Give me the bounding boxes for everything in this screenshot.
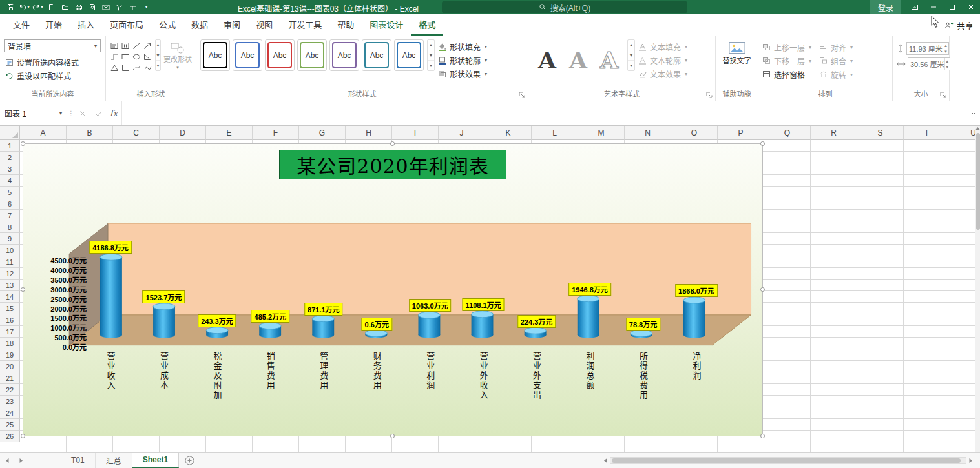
shape-triangle-icon[interactable]	[110, 63, 120, 72]
resize-handle[interactable]	[390, 434, 395, 438]
scroll-down-icon[interactable]: ▼	[428, 50, 434, 61]
row-header-17[interactable]: 17	[0, 326, 20, 338]
row-header-6[interactable]: 6	[0, 198, 20, 210]
print-button[interactable]	[72, 0, 85, 14]
category-label[interactable]: 净利润	[690, 352, 702, 437]
row-header-16[interactable]: 16	[0, 314, 20, 326]
print-preview-button[interactable]	[85, 0, 99, 14]
category-label[interactable]: 财务费用	[371, 352, 383, 437]
column-header-K[interactable]: K	[485, 126, 532, 140]
text-outline-button[interactable]: 文本轮廓 ▾	[638, 54, 687, 66]
y-axis-tick-label[interactable]: 2000.0万元	[50, 305, 87, 313]
send-backward-button[interactable]: 下移一层 ▾	[762, 54, 811, 67]
y-axis-tick-label[interactable]: 1500.0万元	[50, 314, 87, 322]
format-selection-button[interactable]: 设置所选内容格式	[4, 56, 101, 69]
shape-outline-button[interactable]: 形状轮廓 ▾	[438, 54, 487, 66]
shape-vertical-text-box-icon[interactable]	[121, 41, 130, 50]
column-header-I[interactable]: I	[392, 126, 439, 140]
row-header-26[interactable]: 26	[0, 431, 20, 442]
column-header-M[interactable]: M	[578, 126, 625, 140]
data-label[interactable]: 1946.8万元	[568, 283, 611, 296]
resize-handle[interactable]	[390, 141, 395, 146]
scroll-up-icon[interactable]: ▲	[428, 40, 434, 50]
ribbon-tab-help[interactable]: 帮助	[329, 14, 362, 36]
column-header-L[interactable]: L	[532, 126, 578, 140]
category-label[interactable]: 管理费用	[317, 352, 329, 437]
category-label[interactable]: 销售费用	[264, 352, 276, 437]
insert-function-button[interactable]: fx	[106, 101, 121, 125]
category-label[interactable]: 营业外支出	[530, 352, 543, 437]
column-header-D[interactable]: D	[160, 126, 206, 140]
gallery-more-icon[interactable]: ▾	[156, 61, 160, 70]
horizontal-scroll-track[interactable]	[610, 457, 966, 464]
chart-element-selector[interactable]: 背景墙 ▾	[4, 39, 101, 52]
ribbon-tab-file[interactable]: 文件	[5, 14, 37, 36]
sheet-tab-huizong[interactable]: 汇总	[96, 453, 132, 468]
category-label[interactable]: 营业利润	[424, 352, 436, 437]
shape-style-preset-4[interactable]: Abc	[297, 39, 327, 71]
category-label[interactable]: 营业成本	[158, 352, 170, 437]
wordart-style-gray[interactable]: A	[563, 43, 593, 77]
sheet-tab-t01[interactable]: T01	[61, 453, 96, 468]
row-header-2[interactable]: 2	[0, 152, 20, 163]
chart-object[interactable]: 某公司2020年利润表 4500.0万元4000.0万元3500.0万元3000…	[23, 143, 763, 436]
rotate-button[interactable]: 旋转 ▾	[819, 68, 853, 81]
row-header-14[interactable]: 14	[0, 291, 20, 303]
row-header-1[interactable]: 1	[0, 140, 20, 152]
scroll-down-icon[interactable]: ▼	[628, 50, 634, 61]
data-label[interactable]: 243.3万元	[198, 314, 236, 327]
y-axis-tick-label[interactable]: 1000.0万元	[50, 324, 87, 332]
column-header-F[interactable]: F	[253, 126, 299, 140]
bring-forward-button[interactable]: 上移一层 ▾	[762, 41, 811, 54]
chart-title[interactable]: 某公司2020年利润表	[279, 150, 506, 179]
column-header-S[interactable]: S	[857, 126, 904, 140]
row-header-4[interactable]: 4	[0, 175, 20, 187]
ribbon-display-options-button[interactable]	[905, 0, 924, 14]
namebox-splitter[interactable]: ⋮	[67, 110, 75, 117]
row-header-19[interactable]: 19	[0, 349, 20, 361]
save-button[interactable]	[4, 0, 17, 14]
column-header-U[interactable]: U	[950, 126, 975, 140]
ribbon-tab-formulas[interactable]: 公式	[151, 14, 183, 36]
scroll-up-icon[interactable]: ▲	[156, 40, 160, 50]
y-axis-tick-label[interactable]: 2500.0万元	[50, 296, 87, 303]
ribbon-tab-review[interactable]: 审阅	[216, 14, 248, 36]
row-header-5[interactable]: 5	[0, 187, 20, 198]
data-label[interactable]: 224.3万元	[517, 315, 556, 328]
resize-handle[interactable]	[760, 141, 765, 146]
width-input[interactable]: 30.56 厘米 ▲▼	[908, 57, 950, 70]
data-label[interactable]: 1108.1万元	[463, 298, 505, 311]
data-label[interactable]: 0.6万元	[362, 318, 392, 331]
category-label[interactable]: 税金及附加	[211, 352, 223, 437]
row-header-11[interactable]: 11	[0, 256, 20, 268]
y-axis-tick-label[interactable]: 3500.0万元	[50, 276, 87, 284]
shape-curve-icon[interactable]	[132, 63, 141, 72]
y-axis-tick-label[interactable]: 500.0万元	[54, 334, 87, 341]
wordart-style-outline[interactable]: A	[594, 43, 624, 77]
shape-style-preset-5[interactable]: Abc	[329, 39, 359, 71]
gallery-more-icon[interactable]: ▾	[428, 61, 434, 70]
data-label[interactable]: 1063.0万元	[409, 299, 452, 312]
step-down-icon[interactable]: ▼	[943, 48, 948, 54]
shape-l-shape-icon[interactable]	[121, 63, 130, 72]
data-label[interactable]: 1523.7万元	[143, 290, 185, 303]
ribbon-tab-page-layout[interactable]: 页面布局	[102, 14, 151, 36]
search-box[interactable]: 搜索(Alt+Q)	[442, 1, 687, 13]
login-button[interactable]: 登录	[870, 0, 901, 14]
open-button[interactable]	[58, 0, 72, 14]
switch-windows-button[interactable]	[126, 0, 140, 14]
cancel-icon[interactable]	[75, 101, 90, 125]
shape-right-triangle-icon[interactable]	[143, 52, 152, 61]
data-label[interactable]: 4186.8万元	[89, 241, 132, 254]
undo-button[interactable]: ▾	[17, 0, 31, 14]
shape-scribble-icon[interactable]	[143, 63, 152, 72]
column-header-O[interactable]: O	[671, 126, 718, 140]
height-input[interactable]: 11.93 厘米 ▲▼	[906, 42, 949, 55]
data-label[interactable]: 871.1万元	[304, 303, 343, 316]
group-button[interactable]: 组合 ▾	[819, 54, 853, 67]
row-header-24[interactable]: 24	[0, 407, 20, 419]
enter-icon[interactable]	[90, 101, 106, 125]
shape-styles-dialog-launcher[interactable]	[518, 91, 526, 99]
align-button[interactable]: 对齐 ▾	[819, 41, 853, 54]
shape-style-preset-1[interactable]: Abc	[200, 39, 230, 71]
